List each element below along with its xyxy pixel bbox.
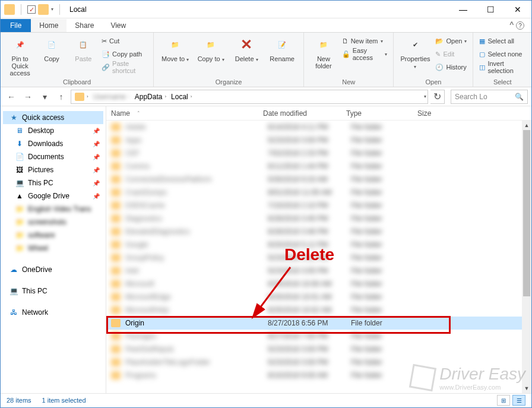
file-row[interactable]: D3DSCache7/15/2018 2:10 PMFile folder (106, 199, 531, 212)
sidebar-pictures[interactable]: 🖼Pictures📌 (3, 163, 103, 176)
column-type[interactable]: Type (341, 109, 413, 118)
sidebar-item[interactable]: 📁Wheel (3, 242, 103, 255)
window-title: Local (69, 5, 87, 14)
delete-button[interactable]: ✕ Delete ▾ (231, 35, 262, 64)
cut-button[interactable]: ✂Cut (102, 35, 147, 47)
file-row[interactable]: MicrosoftHelp8/25/2018 10:02 AMFile fold… (106, 303, 531, 317)
breadcrumb[interactable]: › Username› AppData› Local› ▾ (71, 90, 428, 104)
maximize-button[interactable]: ☐ (477, 1, 504, 18)
file-row-origin[interactable]: Origin8/27/2018 6:56 PMFile folder (106, 317, 531, 330)
sidebar-item[interactable]: 📁software (3, 229, 103, 242)
file-row[interactable]: MicrosoftEdge8/25/2018 10:01 AMFile fold… (106, 290, 531, 303)
move-to-button[interactable]: 📁 Move to ▾ (160, 35, 191, 64)
sidebar-item[interactable]: 📁English Video Trans (3, 203, 103, 216)
network-icon: 🖧 (9, 308, 18, 317)
file-tab[interactable]: File (1, 19, 31, 32)
file-row[interactable]: CEF7/02/2018 2:33 PMFile folder (106, 147, 531, 160)
file-row[interactable]: Apps5/23/2018 3:00 PMFile folder (106, 134, 531, 147)
copyto-icon: 📁 (201, 35, 220, 54)
sidebar-gdrive[interactable]: ▲Google Drive📌 (3, 189, 103, 203)
scroll-up-icon[interactable]: ▲ (522, 121, 531, 130)
up-button[interactable]: ↑ (54, 90, 68, 104)
status-bar: 28 items 1 item selected ⊞ ☰ (1, 393, 531, 407)
new-label: New (310, 78, 387, 86)
sidebar-quick-access[interactable]: ★Quick access (3, 111, 103, 124)
open-group: ✔ Properties ▾ 📂Open ▾ ✎Edit 🕘History Op… (394, 33, 473, 87)
share-tab[interactable]: Share (66, 19, 102, 32)
copy-path-button[interactable]: 📑Copy path (102, 48, 147, 60)
edit-button[interactable]: ✎Edit (435, 48, 467, 60)
home-tab[interactable]: Home (31, 19, 66, 32)
clipboard-label: Clipboard (7, 78, 147, 86)
file-row[interactable]: PlaceholderTileLogoFolder5/23/2018 3:00 … (106, 356, 531, 369)
column-date[interactable]: Date modified (258, 109, 341, 118)
folder-icon (111, 123, 121, 131)
easy-access-button[interactable]: 🔓Easy access ▾ (342, 48, 388, 60)
paste-shortcut-button[interactable]: 🔗Paste shortcut (102, 61, 147, 73)
scrollbar-track[interactable]: ▲ ▼ (522, 121, 531, 393)
sidebar-item[interactable]: 📁screenshots (3, 216, 103, 229)
file-row[interactable]: Packages8/27/2018 7:00 PMFile folder (106, 330, 531, 343)
paste-button[interactable]: 📋 Paste (70, 35, 97, 62)
sidebar-downloads[interactable]: ⬇Downloads📌 (3, 137, 103, 150)
view-details-button[interactable]: ☰ (512, 395, 525, 406)
view-tab[interactable]: View (102, 19, 134, 32)
scissors-icon: ✂ (102, 37, 107, 45)
new-item-button[interactable]: 🗋New item ▾ (342, 35, 388, 47)
select-none-button[interactable]: ▢Select none (479, 48, 525, 60)
file-row[interactable]: Diagnostics6/28/2018 3:45 PMFile folder (106, 212, 531, 225)
sidebar-documents[interactable]: 📄Documents📌 (3, 150, 103, 163)
scroll-down-icon[interactable]: ▼ (522, 384, 531, 393)
history-dropdown-icon[interactable]: ▾ (37, 90, 52, 104)
invert-selection-button[interactable]: ◫Invert selection (479, 61, 525, 73)
qat-folder-icon[interactable] (38, 4, 49, 15)
status-item-count: 28 items (7, 397, 31, 404)
breadcrumb-appdata[interactable]: AppData (135, 93, 163, 101)
back-button[interactable]: ← (4, 90, 18, 104)
file-row[interactable]: Comms6/11/2018 1:44 PMFile folder (106, 160, 531, 173)
new-folder-button[interactable]: 📁 New folder (310, 35, 337, 69)
properties-button[interactable]: ✔ Properties ▾ (400, 35, 430, 71)
shortcut-icon: 🔗 (102, 64, 110, 71)
pin-icon: 📌 (93, 193, 100, 200)
file-row[interactable]: CrashDumps8/01/2018 11:05 AMFile folder (106, 186, 531, 199)
scrollbar-thumb[interactable] (523, 130, 530, 296)
pin-quick-access-button[interactable]: 📌 Pin to Quick access (7, 35, 33, 77)
ribbon-tabs: File Home Share View ^ ? (1, 18, 531, 33)
select-all-button[interactable]: ▦Select all (479, 35, 525, 47)
ribbon-collapse-icon[interactable]: ^ ? (503, 18, 531, 33)
copy-to-button[interactable]: 📁 Copy to ▾ (195, 35, 226, 64)
file-row[interactable]: Programs8/10/2018 9:00 AMFile folder (106, 369, 531, 382)
file-row[interactable]: ElevatedDiagnostics6/28/2018 3:46 PMFile… (106, 225, 531, 238)
minimize-button[interactable]: — (449, 1, 477, 18)
column-name[interactable]: Name˄ (106, 109, 258, 118)
sidebar-thispc-main[interactable]: 💻This PC (3, 284, 103, 298)
folder-icon (111, 293, 121, 301)
column-size[interactable]: Size (413, 109, 472, 118)
file-row[interactable]: Adobe6/14/2018 4:11 PMFile folder (106, 121, 531, 134)
file-row[interactable]: Intel5/23/2018 3:05 PMFile folder (106, 264, 531, 277)
sidebar-desktop[interactable]: 🖥Desktop📌 (3, 124, 103, 137)
breadcrumb-local[interactable]: Local (171, 93, 188, 101)
documents-icon: 📄 (15, 152, 24, 162)
sidebar-onedrive[interactable]: ☁OneDrive (3, 263, 103, 276)
pin-icon: 📌 (93, 154, 100, 160)
sidebar-thispc[interactable]: 💻This PC📌 (3, 176, 103, 189)
history-button[interactable]: 🕘History (435, 61, 467, 73)
copy-button[interactable]: 📄 Copy (38, 35, 65, 62)
forward-button[interactable]: → (21, 90, 35, 104)
paste-icon: 📋 (74, 35, 93, 54)
view-large-icons-button[interactable]: ⊞ (497, 395, 510, 406)
file-row[interactable]: ConnectedDevicesPlatform5/30/2018 9:20 A… (106, 173, 531, 186)
rename-button[interactable]: 📝 Rename (267, 35, 297, 62)
file-row[interactable]: PeerDistRepub5/23/2018 3:00 PMFile folde… (106, 343, 531, 356)
qat-checkbox-icon[interactable]: ✓ (27, 5, 36, 14)
folder-icon (111, 358, 121, 366)
close-button[interactable]: ✕ (504, 1, 531, 18)
star-icon: ★ (9, 113, 18, 122)
refresh-button[interactable]: ↻ (430, 90, 445, 104)
file-row[interactable]: Microsoft8/25/2018 10:00 AMFile folder (106, 277, 531, 290)
sidebar-network[interactable]: 🖧Network (3, 306, 103, 319)
open-button[interactable]: 📂Open ▾ (435, 35, 467, 47)
search-input[interactable]: Search Lo 🔍 (451, 90, 528, 104)
